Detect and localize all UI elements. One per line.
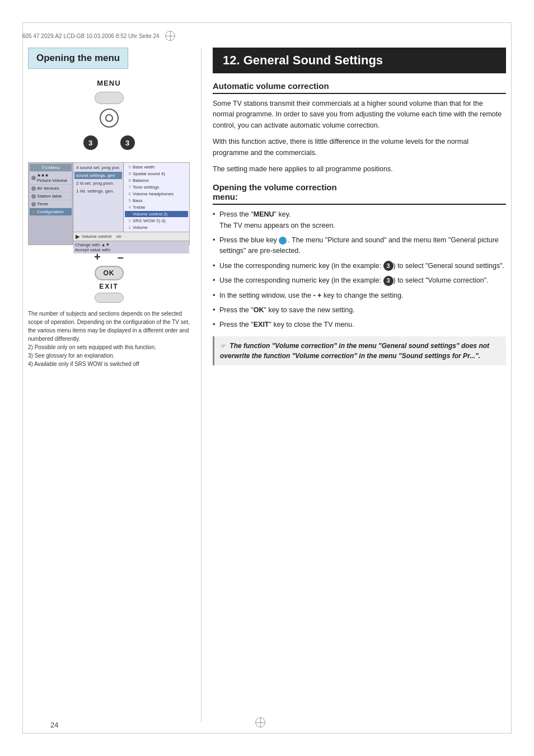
tv-menu-middle: 4 sound set. prog pos sound settings, ge… [73, 163, 124, 232]
bullet-list: Press the "MENU" key.The TV menu appears… [213, 209, 506, 330]
left-section-title: Opening the menu [28, 48, 128, 69]
tv-menu-content: 4 sound set. prog pos sound settings, ge… [73, 163, 189, 245]
body-para-3: The setting made here applies to all pro… [213, 164, 506, 175]
bullet-3: Use the corresponding numeric key (in th… [213, 261, 506, 271]
plus-symbol: + [94, 251, 101, 264]
right-item-7: 7 Tone settings [125, 184, 188, 190]
exit-button[interactable] [95, 293, 124, 303]
crosshair-icon [165, 31, 175, 41]
right-item-1: 1 Volume [125, 224, 188, 231]
nav-icon [31, 202, 36, 206]
exit-label: EXIT [99, 283, 119, 290]
tv-menu-item-timer: Timer [30, 200, 72, 208]
header-line: 605 47 2029.A2 LCD-GB 10.03.2006 8:52 Uh… [22, 31, 512, 41]
plus-minus-row: + – [94, 251, 124, 264]
right-item-9: 9 Spatial sound 4) [125, 171, 188, 177]
badge-left: 3 [83, 135, 98, 150]
bullet-4: Use the corresponding numeric key (in th… [213, 275, 506, 286]
blue-circle-icon [279, 237, 287, 245]
badge-right: 3 [120, 135, 135, 150]
tv-menu-cols: 4 sound set. prog pos sound settings, ge… [73, 163, 189, 232]
badge-row: 3 3 [83, 135, 135, 150]
badge-3-inline: 3 [383, 261, 394, 271]
right-item-8: 8 Balance [125, 177, 188, 184]
opening-section: Opening the volume correctionmenu: Press… [213, 182, 506, 365]
tv-menu-bottom-bar: ▶ Volume control on [73, 232, 189, 241]
footnote-2: 2) Possible only on sets equipped with t… [28, 343, 190, 351]
chapter-title: 12. General Sound Settings [213, 48, 506, 73]
note-text: The function "Volume correction" in the … [220, 342, 489, 360]
right-item-4: 4 Treble [125, 204, 188, 210]
page-number: 24 [50, 721, 58, 729]
right-item-srs: 2 SRS WOW 2) 3) [125, 218, 188, 224]
footnote-main: The number of subjects and sections depe… [28, 309, 190, 343]
change-accept-info: Change with ▲▼Accept value with: [73, 241, 189, 253]
bullet-2: Press the blue key . The menu "Picture a… [213, 235, 506, 257]
middle-item-4: 1 rld. settings. gen. [74, 187, 122, 195]
nav-icon [31, 194, 36, 199]
tv-menu-mockup: TV-Menu ★★★Picture-Volume AV devices Sta… [28, 162, 190, 245]
footnote-3: 3) See glossary for an explanation. [28, 351, 190, 360]
bottom-label: Volume control on [82, 234, 121, 239]
tv-menu-item-station: Station table [30, 192, 72, 200]
right-item-vol-ctrl: Volume control 2) [125, 211, 188, 217]
body-para-1: Some TV stations transmit their commerci… [213, 98, 506, 131]
tv-menu-right: 0 Base width 9 Spatial sound 4) 8 Balanc… [124, 163, 189, 232]
play-icon: ▶ [76, 233, 80, 240]
bullet-5: In the setting window, use the - + key t… [213, 290, 506, 301]
control-area: + – OK EXIT [28, 251, 190, 303]
note-icon: ☞ [220, 342, 226, 349]
note-box: ☞ The function "Volume correction" in th… [213, 336, 506, 365]
right-column: 12. General Sound Settings Automatic vol… [202, 48, 506, 722]
left-column: Opening the menu MENU 3 3 TV-Menu ★★★Pic… [28, 48, 202, 722]
nav-icon [31, 210, 36, 214]
tv-menu-nav: TV-Menu ★★★Picture-Volume AV devices Sta… [29, 163, 73, 245]
body-para-2: With this function active, there is litt… [213, 137, 506, 158]
minus-symbol: – [118, 251, 124, 264]
subtitle-automatic: Automatic volume correction [213, 81, 506, 94]
right-item-5: 5 Bass [125, 198, 188, 204]
badge-3-inline-2: 3 [383, 276, 394, 286]
header-meta: 605 47 2029.A2 LCD-GB 10.03.2006 8:52 Uh… [22, 33, 160, 39]
bottom-crosshair [255, 717, 265, 729]
right-item-0: 0 Base width [125, 164, 188, 170]
tv-menu-item-av: AV devices [30, 185, 72, 192]
menu-label: MENU [97, 79, 120, 87]
middle-item-3: 2 ld set. prog.posn. [74, 180, 122, 187]
menu-button[interactable] [95, 92, 124, 104]
ok-label: OK [104, 269, 115, 277]
footnotes: The number of subjects and sections depe… [28, 309, 190, 368]
tv-menu-item-picture: ★★★Picture-Volume [30, 172, 72, 184]
ok-button[interactable]: OK [95, 266, 124, 280]
target-icon [100, 109, 119, 128]
nav-icon [31, 186, 36, 191]
main-columns: Opening the menu MENU 3 3 TV-Menu ★★★Pic… [28, 48, 506, 722]
opening-title: Opening the volume correctionmenu: [213, 182, 506, 205]
remote-control-area: MENU 3 3 [28, 79, 190, 156]
bullet-7: Press the "EXIT" key to close the TV men… [213, 320, 506, 330]
middle-item-1: 4 sound set. prog pos [74, 164, 122, 171]
bullet-6: Press the "OK" key to save the new setti… [213, 305, 506, 316]
bullet-1: Press the "MENU" key.The TV menu appears… [213, 209, 506, 231]
footnote-4: 4) Available only if SRS WOW is switched… [28, 360, 190, 368]
tv-menu-header: TV-Menu [30, 164, 72, 171]
tv-menu-item-config: Configuration [30, 208, 72, 215]
nav-icon [31, 176, 36, 180]
right-item-6: 6 Volume headphones [125, 191, 188, 197]
middle-item-2: sound settings, gen [74, 172, 122, 179]
